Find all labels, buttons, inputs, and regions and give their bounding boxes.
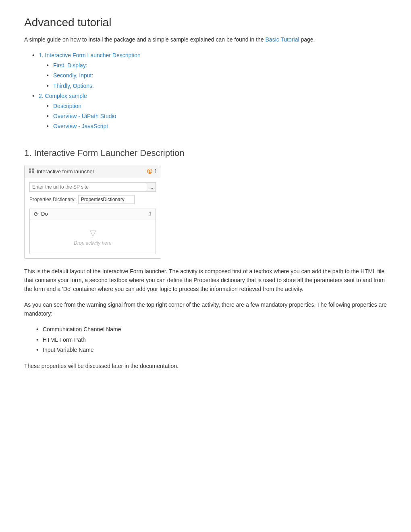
properties-row: Properties Dictionary: PropertiesDiction…	[29, 195, 156, 204]
toc-link[interactable]: 1. Interactive Form Launcher Description	[39, 52, 141, 58]
activity-header-left: Interactive form launcher	[29, 168, 94, 175]
activity-header-icons: ① ⤴	[147, 168, 157, 175]
svg-rect-3	[32, 171, 34, 173]
properties-label: Properties Dictionary:	[29, 197, 76, 202]
toc-sub-item: First, Display:	[47, 60, 387, 71]
description-paragraph-1: This is the default layout of the Intera…	[24, 267, 387, 294]
page-title: Advanced tutorial	[24, 16, 387, 29]
url-input-wrapper[interactable]: ...	[29, 182, 156, 192]
url-browse-button[interactable]: ...	[147, 183, 156, 191]
toc-sub-link[interactable]: Thirdly, Options:	[53, 83, 94, 89]
toc-sub-item: Description	[47, 101, 387, 111]
footer-paragraph: These properties will be discussed later…	[24, 362, 387, 370]
svg-rect-2	[29, 171, 31, 173]
list-item: Communication Channel Name	[36, 324, 387, 335]
toc-sub-item: Thirdly, Options:	[47, 81, 387, 91]
toc-sub-item: Secondly, Input:	[47, 71, 387, 81]
properties-value: PropertiesDictionary	[78, 195, 135, 204]
section1-title: 1. Interactive Form Launcher Description	[24, 148, 387, 158]
do-header-left: ⟳ Do	[34, 211, 48, 217]
svg-rect-1	[32, 168, 34, 170]
svg-rect-0	[29, 168, 31, 170]
drop-text: Drop activity here	[34, 240, 152, 246]
url-field-row: ...	[29, 182, 156, 192]
toc-sub-item: Overview - UiPath Studio	[47, 111, 387, 121]
activity-widget: Interactive form launcher ① ⤴ ... Proper…	[24, 165, 161, 259]
collapse-icon[interactable]: ⤴	[154, 168, 157, 175]
mandatory-list: Communication Channel NameHTML Form Path…	[36, 324, 387, 355]
widget-title: Interactive form launcher	[37, 168, 94, 175]
basic-tutorial-link[interactable]: Basic Tutorial	[266, 36, 299, 43]
warning-icon: ①	[147, 168, 152, 175]
toc-sub-item: Overview - JavaScript	[47, 121, 387, 131]
intro-paragraph: A simple guide on how to install the pac…	[24, 35, 387, 44]
description-paragraph-2: As you can see from the warning signal f…	[24, 300, 387, 318]
activity-header: Interactive form launcher ① ⤴	[25, 165, 161, 178]
toc-item: 2. Complex sampleDescriptionOverview - U…	[32, 91, 387, 132]
do-refresh-icon: ⟳	[34, 211, 39, 217]
do-container: ⟳ Do ⤴ ▽ Drop activity here	[29, 208, 156, 254]
toc-sub-link[interactable]: Description	[53, 103, 81, 109]
toc-sub-link[interactable]: Overview - JavaScript	[53, 123, 108, 129]
toc-sub-link[interactable]: First, Display:	[53, 62, 87, 69]
table-of-contents: 1. Interactive Form Launcher Description…	[32, 50, 387, 132]
toc-sub-link[interactable]: Secondly, Input:	[53, 72, 93, 79]
do-label: Do	[41, 211, 48, 217]
do-body: ▽ Drop activity here	[30, 220, 156, 254]
activity-body: ... Properties Dictionary: PropertiesDic…	[25, 178, 161, 258]
do-header: ⟳ Do ⤴	[30, 208, 156, 220]
drop-arrow-icon: ▽	[34, 228, 152, 238]
toc-sub-link[interactable]: Overview - UiPath Studio	[53, 113, 116, 119]
list-item: HTML Form Path	[36, 335, 387, 345]
list-item: Input Variable Name	[36, 345, 387, 355]
toc-item: 1. Interactive Form Launcher Description…	[32, 50, 387, 91]
grid-icon	[29, 168, 34, 175]
url-input[interactable]	[30, 183, 147, 191]
do-collapse-icon[interactable]: ⤴	[149, 211, 152, 217]
toc-link[interactable]: 2. Complex sample	[39, 93, 87, 99]
